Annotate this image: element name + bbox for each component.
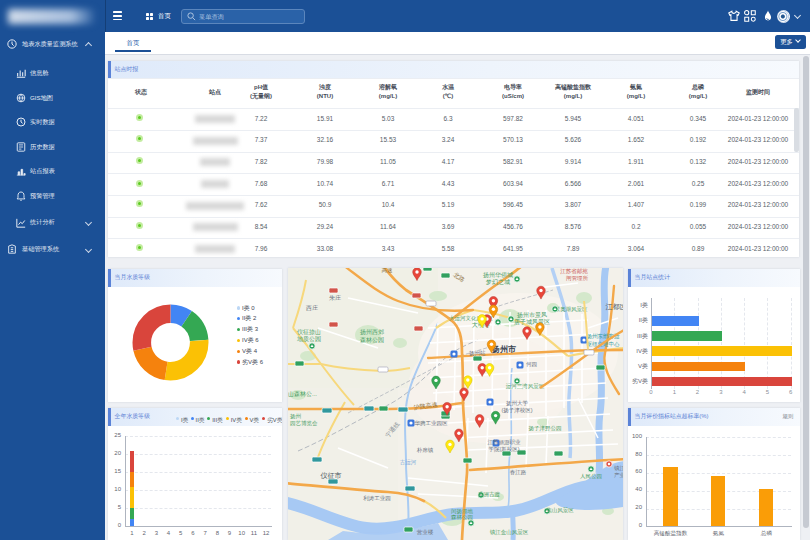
svg-text:(扬子津校区): (扬子津校区) [501, 407, 532, 414]
svg-text:扬州西郊: 扬州西郊 [360, 329, 384, 336]
svg-text:紫奥湖风景区: 紫奥湖风景区 [555, 306, 589, 312]
svg-text:扬州站: 扬州站 [469, 350, 486, 357]
svg-text:瓜洲古渡: 瓜洲古渡 [478, 491, 501, 498]
svg-text:朱庄: 朱庄 [329, 294, 341, 301]
svg-text:森林公园: 森林公园 [451, 514, 473, 521]
svg-text:扬州市景风: 扬州市景风 [517, 311, 547, 319]
svg-text:江苏旅游职业: 江苏旅游职业 [488, 439, 522, 446]
svg-text:扬州华侨城: 扬州华侨城 [483, 272, 513, 279]
svg-text:营业楼: 营业楼 [417, 529, 434, 536]
svg-text:朴席镇: 朴席镇 [416, 447, 434, 453]
svg-text:仪征市: 仪征市 [321, 471, 342, 480]
svg-text:人民公园: 人民公园 [580, 473, 602, 480]
svg-text:园艺博览会: 园艺博览会 [290, 420, 318, 427]
svg-text:地质公园: 地质公园 [297, 336, 321, 343]
svg-text:古运河: 古运河 [400, 459, 417, 466]
svg-text:春江路: 春江路 [510, 469, 527, 476]
svg-text:森林公园: 森林公园 [360, 337, 384, 344]
svg-text:仪征捺山: 仪征捺山 [297, 328, 321, 336]
svg-text:高速: 高速 [382, 268, 394, 273]
svg-text:产业园区: 产业园区 [614, 472, 623, 479]
svg-text:运河三湾风景区: 运河三湾风景区 [506, 383, 545, 390]
svg-text:镇江金山风景区: 镇江金山风景区 [490, 529, 529, 536]
svg-text:焦山风景区: 焦山风景区 [546, 507, 574, 513]
svg-text:镇江新乡: 镇江新乡 [614, 465, 623, 472]
svg-text:江都区: 江都区 [606, 303, 624, 311]
svg-text:江苏省邮苑: 江苏省邮苑 [560, 268, 588, 275]
svg-text:扬子津野公园: 扬子津野公园 [529, 425, 562, 432]
svg-text:山森林公...: 山森林公... [288, 391, 317, 397]
svg-text:扬州: 扬州 [290, 413, 302, 420]
svg-text:西庄: 西庄 [306, 304, 318, 312]
svg-text:唐子城风景区: 唐子城风景区 [514, 318, 550, 326]
svg-text:扬州大学: 扬州大学 [506, 400, 529, 407]
svg-text:华腾工业园区: 华腾工业园区 [415, 420, 449, 427]
svg-text:何园: 何园 [526, 361, 537, 368]
svg-text:利涛工业园: 利涛工业园 [363, 495, 391, 502]
svg-text:闸管理所: 闸管理所 [566, 275, 589, 282]
svg-text:梦幻之城: 梦幻之城 [485, 278, 510, 286]
